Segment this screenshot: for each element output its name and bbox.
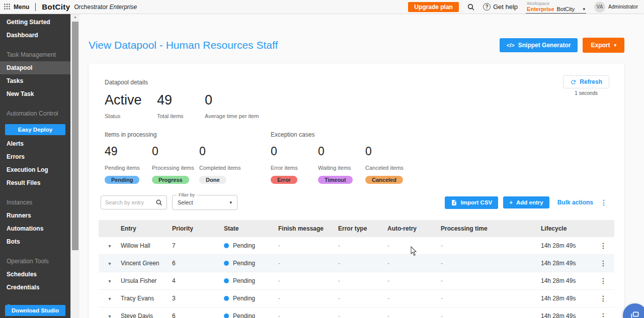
refresh-area: Refresh 1 seconds	[563, 75, 609, 96]
cell-error-type: -	[338, 312, 387, 318]
search-icon[interactable]	[155, 199, 163, 206]
exception-cases-title: Exception cases	[271, 131, 413, 138]
title-actions: </> Snippet Generator Export ▾	[500, 38, 624, 53]
stat-total-items: 49 Total items	[157, 92, 205, 119]
cell-auto-retry: -	[387, 277, 441, 284]
add-entry-label: Add entry	[516, 199, 543, 205]
user-menu[interactable]: VA Administrator	[594, 2, 638, 13]
canceled-badge: Canceled	[365, 176, 403, 184]
cell-priority: 6	[172, 260, 224, 267]
pending-items-value: 49	[105, 145, 152, 158]
cell-priority: 6	[172, 312, 224, 318]
column-error-type: Error type	[338, 225, 387, 232]
toolbar-actions: Import CSV + Add entry Bulk actions ⋮	[445, 196, 609, 209]
cell-lifecycle: 14h 28m 49s	[541, 277, 592, 284]
sidebar-scrollbar[interactable]: ▲	[70, 14, 79, 318]
cell-processing-time: -	[441, 242, 541, 249]
canceled-items-label: Canceled items	[365, 165, 413, 171]
workspace-selector[interactable]: Workspace Enterprise BotCity ▾	[526, 1, 586, 14]
get-help-button[interactable]: ? Get help	[483, 3, 518, 11]
pending-state-dot	[224, 261, 229, 266]
sidebar-item-execution-log[interactable]: Execution Log	[0, 163, 70, 176]
workspace-plan: Enterprise	[527, 6, 554, 12]
menu-button[interactable]: Menu	[14, 4, 29, 11]
sidebar-item-credentials[interactable]: Credentials	[0, 281, 70, 294]
sidebar-item-alerts[interactable]: Alerts	[0, 137, 70, 150]
export-button[interactable]: Export ▾	[583, 38, 624, 53]
row-actions-kebab-icon[interactable]: ⋮	[592, 242, 614, 250]
sidebar-item-errors[interactable]: Errors	[0, 150, 70, 163]
scroll-up-icon[interactable]: ▲	[71, 15, 79, 19]
sidebar-item-dashboard[interactable]: Dashboard	[0, 29, 70, 42]
stat-average-time: 0 Average time per item	[205, 92, 259, 119]
table-row[interactable]: ▾ Vincent Green 6 Pending - - - - 14h 28…	[99, 255, 614, 272]
filter-by-select[interactable]: Filter by Select ▾	[172, 195, 237, 210]
cell-finish-message: -	[278, 295, 338, 302]
topbar-divider	[35, 3, 36, 11]
cell-priority: 4	[172, 277, 224, 284]
sidebar-scrollbar-thumb[interactable]	[72, 22, 78, 250]
expand-row-icon[interactable]: ▾	[99, 313, 121, 318]
pending-state-dot	[224, 278, 229, 283]
app-body: Getting Started Dashboard Task Managemen…	[0, 14, 644, 318]
chevron-down-icon: ▾	[229, 200, 232, 205]
sidebar-item-bots[interactable]: Bots	[0, 235, 70, 248]
row-actions-kebab-icon[interactable]: ⋮	[592, 277, 614, 285]
status-value: Active	[105, 92, 157, 108]
pending-items-label: Pending items	[105, 165, 152, 171]
stat-canceled-items: 0 Canceled items Canceled	[365, 145, 413, 184]
sidebar-item-datapool[interactable]: Datapool	[0, 61, 70, 74]
import-csv-button[interactable]: Import CSV	[445, 196, 499, 209]
export-label: Export	[591, 42, 610, 49]
details-stats: Active Status 49 Total items 0 Average t…	[89, 92, 624, 119]
add-entry-button[interactable]: + Add entry	[503, 196, 549, 208]
apps-grid-icon[interactable]	[4, 3, 10, 12]
bulk-actions-kebab-icon[interactable]: ⋮	[598, 198, 609, 206]
upgrade-plan-button[interactable]: Upgrade plan	[408, 2, 459, 12]
download-studio-button[interactable]: Download Studio	[5, 305, 65, 316]
refresh-button[interactable]: Refresh	[563, 75, 609, 88]
exception-cases-group: Exception cases 0 Error items Error 0 Wa…	[271, 131, 413, 184]
row-actions-kebab-icon[interactable]: ⋮	[592, 294, 614, 302]
search-icon[interactable]	[467, 3, 475, 11]
sidebar-item-new-task[interactable]: New Task	[0, 87, 70, 100]
sidebar-item-automations[interactable]: Automations	[0, 222, 70, 235]
sidebar-item-schedules[interactable]: Schedules	[0, 268, 70, 281]
search-entry-input[interactable]	[105, 199, 155, 205]
botcity-logo: BotCity	[42, 3, 70, 11]
topbar-left: Menu BotCity Orchestrator Enterprise	[4, 3, 137, 12]
datapool-table: Entry Priority State Finish message Erro…	[99, 220, 614, 318]
title-row: View Datapool - Human Resources Staff </…	[79, 14, 644, 53]
state-label: Pending	[233, 277, 255, 284]
cell-entry: Tracy Evans	[121, 295, 172, 302]
sidebar-item-result-files[interactable]: Result Files	[0, 176, 70, 189]
state-label: Pending	[233, 312, 255, 318]
table-row[interactable]: ▾ Willow Hall 7 Pending - - - - 14h 28m …	[99, 237, 614, 255]
done-badge: Done	[199, 176, 226, 184]
table-row[interactable]: ▾ Tracy Evans 3 Pending - - - - 14h 28m …	[99, 290, 614, 307]
sidebar-item-getting-started[interactable]: Getting Started	[0, 16, 70, 29]
chevron-down-icon: ▾	[583, 7, 586, 12]
sidebar-item-tasks[interactable]: Tasks	[0, 74, 70, 87]
table-row[interactable]: ▾ Steve Davis 6 Pending - - - - 14h 28m …	[99, 307, 614, 318]
table-row[interactable]: ▾ Ursula Fisher 4 Pending - - - - 14h 28…	[99, 272, 614, 290]
sidebar-item-runners[interactable]: Runners	[0, 209, 70, 222]
sidebar-section-automation-control: Automation Control	[0, 107, 70, 120]
column-processing-time: Processing time	[441, 225, 541, 232]
bulk-actions-button[interactable]: Bulk actions	[557, 199, 593, 206]
expand-row-icon[interactable]: ▾	[99, 261, 121, 266]
column-auto-retry: Auto-retry	[387, 225, 441, 232]
search-entry-box	[101, 195, 167, 209]
expand-row-icon[interactable]: ▾	[99, 296, 121, 301]
expand-row-icon[interactable]: ▾	[99, 278, 121, 284]
state-label: Pending	[233, 295, 255, 302]
easy-deploy-button[interactable]: Easy Deploy	[5, 124, 65, 135]
cell-error-type: -	[338, 260, 387, 267]
snippet-generator-button[interactable]: </> Snippet Generator	[500, 38, 578, 52]
expand-row-icon[interactable]: ▾	[99, 243, 121, 249]
exception-cases-cols: 0 Error items Error 0 Waiting items Time…	[271, 145, 413, 184]
row-actions-kebab-icon[interactable]: ⋮	[592, 312, 614, 318]
sidebar: Getting Started Dashboard Task Managemen…	[0, 14, 70, 318]
column-lifecycle: Lifecycle	[541, 225, 592, 232]
row-actions-kebab-icon[interactable]: ⋮	[592, 259, 614, 267]
